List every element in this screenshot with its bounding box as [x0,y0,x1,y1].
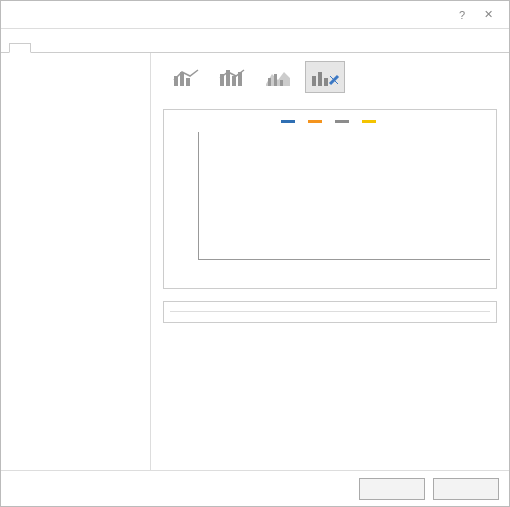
close-button[interactable]: ✕ [475,8,501,21]
tab-strip [1,29,509,53]
titlebar: ? ✕ [1,1,509,29]
chart-preview [163,109,497,289]
main-panel [151,53,509,470]
svg-rect-11 [318,72,322,86]
subtype-combo-2[interactable] [213,61,253,93]
svg-rect-8 [274,74,277,86]
svg-rect-10 [312,76,316,86]
svg-rect-2 [186,78,190,86]
tab-all-charts[interactable] [9,43,31,53]
subtype-row [167,61,497,93]
ok-button[interactable] [359,478,425,500]
svg-rect-12 [324,78,328,86]
subtype-custom-combo[interactable] [305,61,345,93]
chart-legend [164,110,496,130]
chart-category-list[interactable] [1,53,151,470]
subtype-combo-1[interactable] [167,61,207,93]
help-button[interactable]: ? [449,9,475,21]
svg-rect-7 [268,78,271,86]
subtype-combo-3[interactable] [259,61,299,93]
chart-plot-area [198,132,490,260]
series-grid [163,301,497,323]
cancel-button[interactable] [433,478,499,500]
svg-rect-5 [232,76,236,86]
svg-rect-9 [280,80,283,86]
dialog-footer [1,470,509,506]
change-chart-type-dialog: ? ✕ [0,0,510,507]
